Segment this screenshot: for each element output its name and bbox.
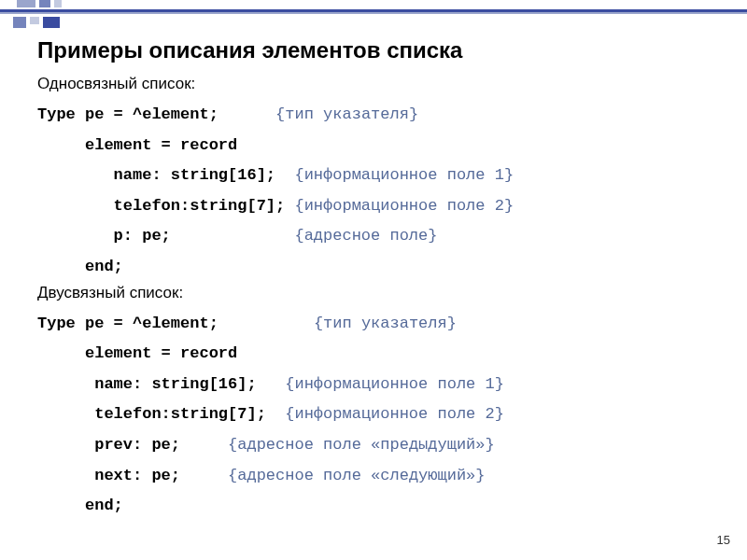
page-number: 15 (717, 533, 730, 547)
code-text: telefon:string[7]; (37, 405, 266, 423)
code-line: name: string[16]; {информационное поле 1… (37, 161, 719, 190)
code-comment: {информационное поле 2} (285, 405, 504, 423)
code-line: end; (37, 492, 719, 521)
code-line: Type pe = ^element; {тип указателя} (37, 101, 719, 130)
code-text: name: string[16]; (37, 375, 257, 393)
code-line: end; (37, 253, 719, 282)
code-text: name: string[16]; (37, 166, 275, 184)
svg-rect-1 (39, 0, 50, 7)
slide-title: Примеры описания элементов списка (37, 37, 719, 63)
code-text: element = record (37, 344, 237, 362)
code-text: Type pe = ^element; (37, 105, 218, 123)
code-line: next: pe; {адресное поле «следующий»} (37, 462, 719, 491)
code-line: telefon:string[7]; {информационное поле … (37, 192, 719, 221)
code-text: prev: pe; (37, 436, 180, 454)
svg-rect-0 (17, 0, 35, 7)
code-comment: {адресное поле} (294, 227, 437, 245)
svg-rect-4 (0, 12, 747, 14)
code-comment: {тип указателя} (275, 105, 418, 123)
svg-rect-6 (30, 17, 39, 24)
code-comment: {адресное поле «предыдущий»} (228, 436, 495, 454)
section1-code: Type pe = ^element; {тип указателя} elem… (37, 101, 719, 282)
code-line: Type pe = ^element; {тип указателя} (37, 310, 719, 339)
slide-decoration (0, 0, 747, 33)
section1-label: Односвязный список: (37, 75, 719, 93)
code-line: element = record (37, 340, 719, 369)
code-comment: {информационное поле 1} (294, 166, 514, 184)
code-text: next: pe; (37, 467, 180, 484)
svg-rect-3 (0, 9, 747, 12)
code-text: telefon:string[7]; (37, 197, 285, 215)
code-comment: {информационное поле 1} (285, 375, 504, 393)
code-comment: {тип указателя} (314, 315, 457, 332)
code-comment: {адресное поле «следующий»} (228, 467, 485, 484)
section2-label: Двусвязный список: (37, 284, 719, 302)
code-line: name: string[16]; {информационное поле 1… (37, 371, 719, 399)
code-text: p: pe; (37, 227, 171, 245)
code-text: element = record (37, 136, 237, 154)
code-line: telefon:string[7]; {информационное поле … (37, 400, 719, 429)
svg-rect-5 (13, 17, 26, 28)
code-line: p: pe; {адресное поле} (37, 222, 719, 251)
code-text: Type pe = ^element; (37, 315, 218, 332)
svg-rect-2 (54, 0, 62, 7)
code-comment: {информационное поле 2} (294, 197, 514, 215)
code-line: element = record (37, 132, 719, 161)
code-text: end; (37, 258, 123, 275)
code-text: end; (37, 497, 123, 514)
code-line: prev: pe; {адресное поле «предыдущий»} (37, 431, 719, 460)
section2-code: Type pe = ^element; {тип указателя} elem… (37, 310, 719, 521)
svg-rect-7 (43, 17, 60, 28)
